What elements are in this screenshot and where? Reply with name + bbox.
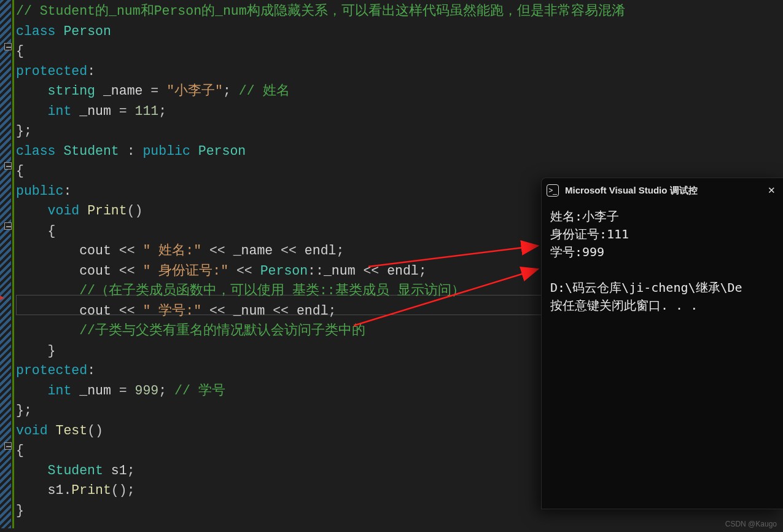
code-text[interactable]: // Student的_num和Person的_num构成隐藏关系，可以看出这样… <box>16 1 625 520</box>
debug-console-window[interactable]: >_ Microsoft Visual Studio 调试控 ✕ 姓名:小李子 … <box>541 178 783 509</box>
console-title-text: Microsoft Visual Studio 调试控 <box>565 185 698 197</box>
fold-toggle-icon[interactable] <box>4 442 12 450</box>
fold-toggle-icon[interactable] <box>4 43 12 50</box>
watermark-text: CSDN @Kaugo <box>725 520 777 528</box>
fold-toggle-icon[interactable] <box>4 162 12 170</box>
change-bar <box>12 158 14 528</box>
change-bar <box>12 0 14 160</box>
breakpoint-indicator[interactable]: ▶ <box>0 288 4 308</box>
terminal-icon: >_ <box>547 184 559 197</box>
console-output: 姓名:小李子 身份证号:111 学号:999 D:\码云仓库\ji-cheng\… <box>542 203 783 319</box>
comment: // Student的_num和Person的_num构成隐藏关系，可以看出这样… <box>16 4 625 18</box>
fold-toggle-icon[interactable] <box>4 222 12 230</box>
close-icon[interactable]: ✕ <box>765 185 778 196</box>
console-titlebar[interactable]: >_ Microsoft Visual Studio 调试控 ✕ <box>542 178 783 203</box>
